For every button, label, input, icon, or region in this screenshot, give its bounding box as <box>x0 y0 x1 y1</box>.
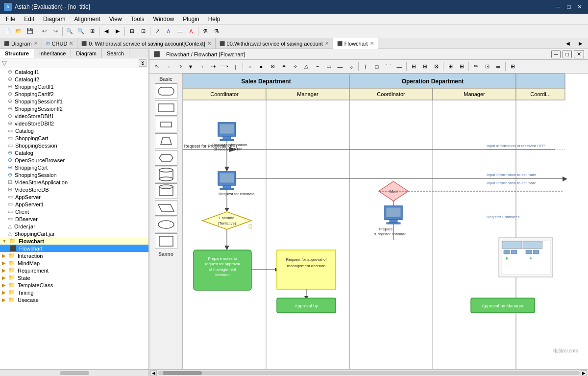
tree-item[interactable]: △Order.jar <box>0 223 148 230</box>
tree-item-templateclass[interactable]: ▶ 📁 TemplateClass <box>0 281 148 289</box>
shape-cylinder[interactable] <box>155 167 177 182</box>
tool-extra[interactable]: — <box>394 61 405 72</box>
tree-item-timing[interactable]: ▶ 📁 Timing <box>0 289 148 296</box>
diagram-canvas[interactable]: Sales Department Operation Department Co… <box>183 74 588 369</box>
shape-ellipse[interactable] <box>155 217 177 232</box>
tree-item-mindmap[interactable]: ▶ 📁 MindMap <box>0 259 148 267</box>
color-button[interactable]: A <box>163 26 174 37</box>
menu-edit[interactable]: Edit <box>20 15 38 24</box>
close-tab-withdrawal[interactable]: ✕ <box>325 41 329 46</box>
grid-button[interactable]: ⊞ <box>126 26 137 37</box>
shape4[interactable]: ✦ <box>278 61 289 72</box>
open-button[interactable]: 📂 <box>13 26 24 37</box>
tree-item[interactable]: ⊖ShoppingCartIf1 <box>0 83 148 90</box>
tree-item[interactable]: ⊕Catalog <box>0 149 148 156</box>
close-tab-crud[interactable]: ✕ <box>69 41 73 46</box>
menu-window[interactable]: Window <box>149 15 178 24</box>
tree-item[interactable]: ▭AppServer <box>0 193 148 201</box>
shape6[interactable]: △ <box>301 61 312 72</box>
select-tool[interactable]: ↖ <box>151 61 162 72</box>
tree-item[interactable]: ▭Client <box>0 208 148 215</box>
menu-alignment[interactable]: Alignment <box>70 15 104 24</box>
tab-withdrawal[interactable]: ⬛ 00.Withdrawal service of saving accoun… <box>216 38 333 49</box>
paste-style[interactable]: ⚗ <box>211 26 222 37</box>
shape2[interactable]: ● <box>256 61 267 72</box>
shape-rect[interactable] <box>155 100 177 116</box>
tree-item[interactable]: ⊕ShoppingSession <box>0 171 148 178</box>
tool5[interactable]: → <box>196 61 207 72</box>
tab-scroll-left[interactable]: ◀ <box>563 38 573 49</box>
tree-item[interactable]: ⊞VideoStoreApplication <box>0 178 148 186</box>
line-button[interactable]: — <box>174 26 185 37</box>
line-style[interactable]: ═ <box>493 61 504 72</box>
close-tab-diagram[interactable]: ✕ <box>34 41 38 46</box>
shape-small-rect[interactable] <box>155 117 177 132</box>
diagram-maximize[interactable]: □ <box>563 50 572 58</box>
note-tool[interactable]: □ <box>371 61 382 72</box>
menu-tools[interactable]: Tools <box>127 15 148 24</box>
shape-parallelogram[interactable] <box>155 200 177 216</box>
shape10[interactable]: ⬦ <box>346 61 357 72</box>
menu-diagram[interactable]: Diagram <box>39 15 69 24</box>
shape8[interactable]: ▭ <box>323 61 334 72</box>
new-button[interactable]: 📄 <box>2 26 13 37</box>
tab-flowchart[interactable]: ⬛ Flowchart ✕ <box>333 38 378 49</box>
tree-item[interactable]: ▭DBserver <box>0 215 148 223</box>
shape9[interactable]: — <box>335 61 345 72</box>
zoom-in-button[interactable]: 🔍 <box>75 26 86 37</box>
h-scroll-bar[interactable] <box>158 371 580 375</box>
tab-structure[interactable]: Structure <box>0 49 34 58</box>
menu-help[interactable]: Help <box>204 15 224 24</box>
shape-cylinder2[interactable] <box>155 183 177 199</box>
tab-diagram[interactable]: ⬛ Diagram ✕ <box>0 38 42 49</box>
text-tool[interactable]: T <box>360 61 371 72</box>
add-col[interactable]: ⊞ <box>456 61 467 72</box>
close-tab-flowchart[interactable]: ✕ <box>370 41 374 46</box>
tree-item[interactable]: ⊖videoStoreDBIf1 <box>0 112 148 120</box>
tree-item[interactable]: ▭Catalog <box>0 127 148 134</box>
nav-fwd[interactable]: ▶ <box>112 26 123 37</box>
zoom-out-button[interactable]: 🔍 <box>64 26 75 37</box>
add-row[interactable]: ⊞ <box>445 61 456 72</box>
tool4[interactable]: ▼ <box>185 61 196 72</box>
tree-item[interactable]: ⊖CatalogIf2 <box>0 75 148 83</box>
arrow-tool[interactable]: → <box>163 61 173 72</box>
tree-item[interactable]: ▭ShoppingSession <box>0 142 148 149</box>
tool7[interactable]: ⟹ <box>219 61 230 72</box>
tool3[interactable]: ⇒ <box>174 61 185 72</box>
shape3[interactable]: ⊗ <box>267 61 278 72</box>
filter-options-btn[interactable]: $ <box>139 59 147 67</box>
shape-hexagon[interactable] <box>155 150 177 166</box>
tree-item[interactable]: ⊖ShoppingCartIf2 <box>0 90 148 98</box>
tree-item[interactable]: ⊖CatalogIf1 <box>0 68 148 75</box>
fill-tool[interactable]: ⊡ <box>482 61 492 72</box>
h-scroll-thumb[interactable] <box>60 371 89 375</box>
tree-item-state[interactable]: ▶ 📁 State <box>0 274 148 281</box>
close-tab-context[interactable]: ✕ <box>207 41 211 46</box>
tree-item[interactable]: ⊖ShoppingSessionIf1 <box>0 98 148 105</box>
tool6[interactable]: ⇢ <box>208 61 219 72</box>
tab-withdrawal-context[interactable]: ⬛ 0. Withdrawal service of saving accoun… <box>77 38 215 49</box>
tab-search[interactable]: Search <box>102 49 129 58</box>
snap-button[interactable]: ⊡ <box>138 26 148 37</box>
tree-item[interactable]: ⊖ShoppingSessionIf2 <box>0 105 148 112</box>
tree-item[interactable]: ⊕ShoppingCart <box>0 164 148 171</box>
line-tool[interactable]: ⌒ <box>383 61 393 72</box>
scroll-right-btn[interactable]: ▶ <box>581 370 587 376</box>
align-center[interactable]: ⊞ <box>419 61 430 72</box>
tree-item-requirement[interactable]: ▶ 📁 Requirement <box>0 267 148 274</box>
menu-plugin[interactable]: Plugin <box>179 15 203 24</box>
window-controls[interactable]: ─ □ ✕ <box>554 2 584 11</box>
tree-item-interaction[interactable]: ▶ 📁 Interaction <box>0 252 148 259</box>
undo-button[interactable]: ↩ <box>39 26 49 37</box>
save-button[interactable]: 💾 <box>24 26 35 37</box>
copy-style[interactable]: ⚗ <box>200 26 211 37</box>
diagram-close[interactable]: ✕ <box>574 50 584 58</box>
bottom-scrollbar[interactable]: ◀ ▶ <box>149 369 588 376</box>
tree-item[interactable]: △ShoppingCart.jar <box>0 230 148 237</box>
menu-view[interactable]: View <box>105 15 126 24</box>
shape1[interactable]: ○ <box>245 61 255 72</box>
tree-item[interactable]: ⊖videoStoreDBIf2 <box>0 120 148 127</box>
fit-button[interactable]: ⊞ <box>87 26 98 37</box>
shape-open-rect[interactable] <box>155 233 177 249</box>
